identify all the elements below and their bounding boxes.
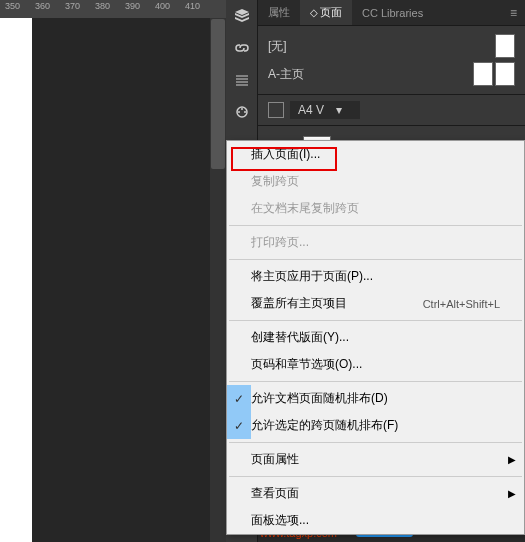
menu-print-spread: 打印跨页... [227, 229, 524, 256]
svg-point-2 [244, 111, 246, 113]
tab-properties[interactable]: 属性 [258, 0, 300, 25]
a-master-label[interactable]: A-主页 [268, 66, 304, 83]
menu-duplicate-spread-end: 在文档末尾复制跨页 [227, 195, 524, 222]
submenu-arrow-icon: ▶ [508, 488, 516, 499]
pasteboard[interactable] [32, 18, 226, 542]
vertical-scrollbar[interactable] [210, 18, 226, 542]
menu-separator [229, 442, 522, 443]
svg-point-3 [238, 111, 240, 113]
menu-separator [229, 320, 522, 321]
menu-override-label: 覆盖所有主页项目 [251, 295, 347, 312]
tab-pages-label: 页面 [320, 5, 342, 20]
check-icon: ✓ [227, 385, 251, 412]
page-size-icon [268, 102, 284, 118]
menu-view-pages[interactable]: 查看页面 ▶ [227, 480, 524, 507]
menu-numbering-options[interactable]: 页码和章节选项(O)... [227, 351, 524, 378]
scrollbar-thumb[interactable] [211, 19, 225, 169]
svg-point-1 [241, 108, 243, 110]
menu-allow-shuffle-doc[interactable]: ✓ 允许文档页面随机排布(D) [227, 385, 524, 412]
links-icon[interactable] [230, 36, 254, 60]
tab-pages[interactable]: ◇ 页面 [300, 0, 352, 25]
menu-panel-options[interactable]: 面板选项... [227, 507, 524, 534]
none-thumb[interactable] [495, 34, 515, 58]
master-thumb-right[interactable] [495, 62, 515, 86]
menu-separator [229, 381, 522, 382]
menu-separator [229, 476, 522, 477]
context-menu: 插入页面(I)... 复制跨页 在文档末尾复制跨页 打印跨页... 将主页应用于… [226, 140, 525, 535]
panel-tabs: 属性 ◇ 页面 CC Libraries ≡ [258, 0, 525, 26]
page-size-select[interactable]: A4 V ▾ [290, 101, 360, 119]
menu-apply-master[interactable]: 将主页应用于页面(P)... [227, 263, 524, 290]
menu-insert-pages[interactable]: 插入页面(I)... [227, 141, 524, 168]
menu-duplicate-spread: 复制跨页 [227, 168, 524, 195]
menu-override-all[interactable]: 覆盖所有主页项目 Ctrl+Alt+Shift+L [227, 290, 524, 317]
check-icon: ✓ [227, 412, 251, 439]
submenu-arrow-icon: ▶ [508, 454, 516, 465]
menu-separator [229, 259, 522, 260]
menu-separator [229, 225, 522, 226]
chevron-down-icon: ▾ [336, 103, 342, 117]
menu-allow-shuffle-sel-label: 允许选定的跨页随机排布(F) [251, 417, 398, 434]
pin-icon: ◇ [310, 7, 318, 18]
stroke-icon[interactable] [230, 68, 254, 92]
menu-allow-shuffle-doc-label: 允许文档页面随机排布(D) [251, 390, 388, 407]
menu-page-attrs-label: 页面属性 [251, 451, 299, 468]
menu-create-alt-layout[interactable]: 创建替代版面(Y)... [227, 324, 524, 351]
master-thumb-left[interactable] [473, 62, 493, 86]
menu-page-attributes[interactable]: 页面属性 ▶ [227, 446, 524, 473]
document-canvas[interactable] [0, 18, 32, 542]
page-size-value: A4 V [298, 103, 324, 117]
tab-cc-libraries[interactable]: CC Libraries [352, 0, 433, 25]
menu-allow-shuffle-sel[interactable]: ✓ 允许选定的跨页随机排布(F) [227, 412, 524, 439]
menu-shortcut: Ctrl+Alt+Shift+L [423, 298, 500, 310]
panel-menu-icon[interactable]: ≡ [502, 6, 525, 20]
layers-icon[interactable] [230, 4, 254, 28]
swatches-icon[interactable] [230, 100, 254, 124]
menu-view-pages-label: 查看页面 [251, 485, 299, 502]
none-master-label[interactable]: [无] [268, 38, 287, 55]
horizontal-ruler: 350 360 370 380 390 400 410 [0, 0, 226, 18]
